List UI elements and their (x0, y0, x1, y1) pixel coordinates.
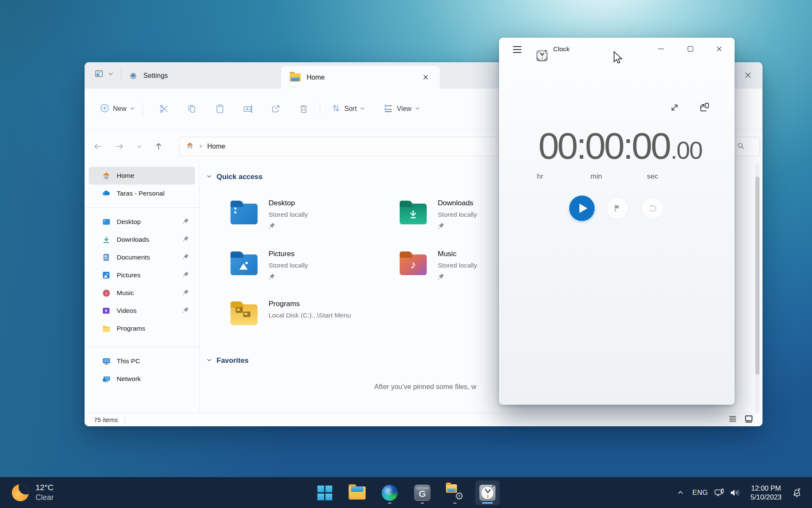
taskbar: 12°C Clear G ⚙ (0, 477, 812, 508)
sidebar-item-desktop[interactable]: Desktop (89, 213, 195, 231)
pictures-folder-icon (230, 251, 258, 275)
back-button[interactable] (89, 138, 107, 155)
sidebar-item-pictures[interactable]: Pictures (89, 266, 195, 284)
sidebar-item-label: Programs (117, 325, 145, 332)
sidebar-item-programs[interactable]: Programs (89, 320, 195, 337)
taskbar-clock-button[interactable] (475, 480, 500, 505)
sidebar-item-home[interactable]: Home (89, 167, 195, 185)
start-stopwatch-button[interactable] (569, 196, 595, 221)
keep-on-top-icon[interactable] (697, 99, 712, 115)
tile-pictures[interactable]: Pictures Stored locally (230, 250, 396, 282)
tile-programs[interactable]: Programs Local Disk (C:)...\Start Menu (230, 300, 396, 325)
up-button[interactable] (150, 138, 167, 155)
taskbar-settings-folder-button[interactable]: ⚙ (443, 480, 467, 505)
clock-window: Clock 00:00:00 .00 hr min sec (499, 38, 735, 405)
sidebar-item-this-pc[interactable]: This PC (89, 352, 195, 370)
home-icon (102, 171, 111, 180)
tab-home[interactable]: Home (281, 66, 440, 88)
new-button-label: New (113, 105, 126, 113)
tile-detail: Stored locally (269, 211, 308, 218)
quick-access-section-header[interactable]: Quick access (206, 173, 263, 181)
new-chevron-down-icon (130, 105, 135, 113)
home-folder-icon (290, 73, 301, 82)
desktop-icon (102, 217, 111, 226)
taskbar-file-explorer-button[interactable] (345, 480, 370, 505)
sort-button[interactable]: Sort (331, 103, 365, 115)
view-button-label: View (397, 105, 411, 113)
file-explorer-icon (349, 486, 366, 500)
language-indicator[interactable]: ENG (689, 483, 712, 502)
new-button[interactable]: New (100, 103, 135, 115)
lap-flag-button[interactable] (606, 197, 629, 220)
tile-desktop[interactable]: Desktop Stored locally (230, 199, 396, 231)
edge-browser-icon (382, 485, 398, 501)
tab-list-chevron-down-icon[interactable] (108, 71, 114, 78)
start-button[interactable] (313, 480, 337, 505)
plus-circle-icon (100, 103, 110, 115)
view-button[interactable]: View (384, 103, 420, 115)
notification-bell-icon[interactable] (787, 483, 806, 502)
chevron-down-icon (206, 173, 212, 181)
reset-stopwatch-button[interactable] (641, 197, 664, 220)
play-icon (579, 204, 587, 213)
explorer-close-button[interactable] (740, 67, 756, 83)
network-icon[interactable] (712, 483, 727, 502)
scrollbar-thumb[interactable] (755, 177, 760, 375)
pin-icon (183, 236, 189, 244)
minimize-button[interactable] (651, 40, 671, 57)
volume-icon[interactable] (727, 483, 742, 502)
music-note-glyph: ♪ (400, 254, 427, 275)
tray-chevron-up-icon[interactable] (672, 483, 689, 502)
sidebar-item-network[interactable]: Network (89, 370, 195, 388)
paste-button[interactable] (210, 99, 230, 119)
quick-access-label: Quick access (217, 173, 263, 181)
sidebar-item-label: Videos (117, 307, 137, 315)
tile-detail: Stored locally (269, 262, 308, 269)
share-button[interactable] (266, 99, 286, 119)
sidebar-item-label: Documents (117, 254, 150, 261)
items-count: 75 items (85, 416, 118, 423)
sidebar-item-videos[interactable]: Videos (89, 302, 195, 320)
rename-button[interactable] (238, 99, 258, 119)
tile-detail: Local Disk (C:)...\Start Menu (269, 312, 351, 319)
running-indicator (421, 502, 424, 504)
breadcrumb-location[interactable]: Home (207, 143, 225, 150)
folder-gear-icon: ⚙ (446, 484, 464, 501)
sidebar-item-onedrive[interactable]: Taras - Personal (89, 185, 195, 202)
sidebar-item-documents[interactable]: Documents (89, 248, 195, 266)
pin-icon (183, 254, 189, 262)
favorites-section-header[interactable]: Favorites (206, 356, 249, 365)
forward-button[interactable] (111, 138, 129, 155)
details-view-icon[interactable] (729, 415, 737, 425)
mouse-cursor (612, 51, 623, 67)
taskbar-browser-button[interactable]: G (410, 480, 435, 505)
maximize-button[interactable] (680, 40, 700, 57)
active-indicator (482, 502, 493, 504)
sidebar-item-label: Network (117, 375, 141, 383)
tab-list-icon[interactable] (94, 69, 104, 80)
recent-locations-chevron-icon[interactable] (133, 138, 145, 155)
tab-settings[interactable]: ⚙ Settings (129, 67, 168, 84)
tab-close-icon[interactable] (420, 72, 431, 83)
expand-fullscreen-icon[interactable] (667, 100, 682, 115)
sidebar-item-music[interactable]: ♪ Music (89, 284, 195, 302)
minutes-label: min (579, 172, 613, 181)
cut-button[interactable] (154, 99, 174, 119)
sidebar-item-downloads[interactable]: Downloads (89, 231, 195, 248)
large-thumbnails-view-icon[interactable] (744, 414, 753, 425)
breadcrumb-chevron-icon (198, 143, 203, 150)
windows-start-icon (317, 486, 332, 500)
clock-window-title: Clock (553, 45, 570, 53)
menu-hamburger-icon[interactable] (508, 41, 526, 58)
seconds-label: sec (636, 172, 669, 181)
close-button[interactable] (709, 40, 729, 57)
content-scrollbar[interactable] (755, 164, 760, 413)
copy-button[interactable] (182, 99, 202, 119)
tile-name: Pictures (269, 250, 308, 258)
delete-button[interactable] (294, 99, 314, 119)
weather-widget[interactable]: 12°C Clear (9, 480, 56, 505)
moon-weather-icon (12, 484, 29, 501)
clock-app-icon (536, 50, 548, 61)
taskbar-edge-button[interactable] (378, 480, 402, 505)
tray-clock[interactable]: 12:00 PM 5/10/2023 (747, 483, 785, 502)
